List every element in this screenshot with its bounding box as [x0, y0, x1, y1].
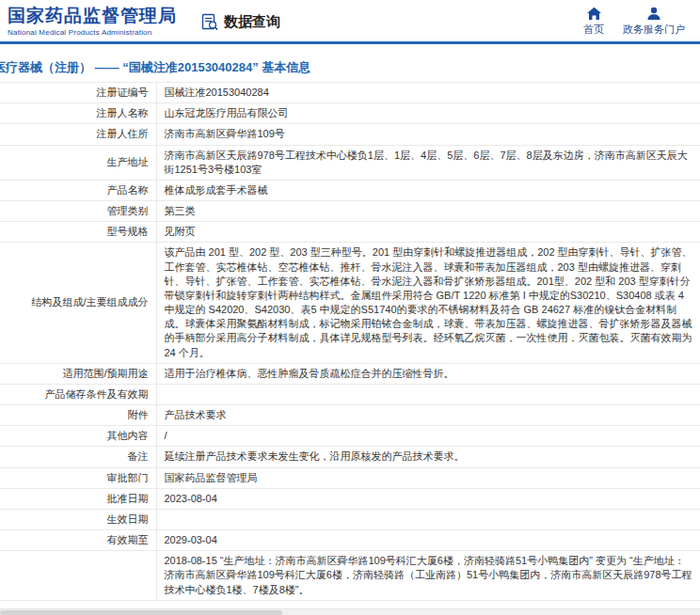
- site-header: 国家药品监督管理局 National Medical Products Admi…: [0, 0, 700, 41]
- table-row: 生产地址济南市高新区天辰路978号工程技术中心楼负1层、1层、4层、5层、6层、…: [0, 145, 700, 180]
- info-table: 注册证编号国械注准20153040284注册人名称山东冠龙医疗用品有限公司注册人…: [0, 82, 700, 601]
- row-label: 管理类别: [0, 201, 156, 222]
- data-query-section: 数据查询: [201, 13, 280, 31]
- nav-home[interactable]: 首页: [583, 7, 604, 37]
- nav-home-label: 首页: [583, 23, 604, 37]
- table-row: 注册人名称山东冠龙医疗用品有限公司: [0, 103, 700, 124]
- row-value: 济南市高新区舜华路109号: [156, 124, 700, 145]
- row-label: 产品储存条件及有效期: [0, 384, 156, 404]
- table-row: 适用范围/预期用途适用于治疗椎体病、恶性肿瘤及骨质疏松症合并的压缩性骨折。: [0, 363, 700, 384]
- table-row: 管理类别第三类: [0, 201, 700, 222]
- row-label: 型号规格: [0, 222, 156, 243]
- data-query-icon: [201, 13, 219, 31]
- row-value: 延续注册产品技术要求未发生变化，沿用原核发的产品技术要求。: [156, 447, 700, 467]
- table-row: 生效日期: [0, 509, 700, 529]
- row-value: 2023-08-04: [156, 488, 700, 509]
- table-row: 其他内容/: [0, 426, 700, 447]
- row-value: 适用于治疗椎体病、恶性肿瘤及骨质疏松症合并的压缩性骨折。: [156, 363, 700, 384]
- row-value: 济南市高新区天辰路978号工程技术中心楼负1层、1层、4层、5层、6层、7层、8…: [156, 145, 700, 180]
- row-label: 其他内容: [0, 426, 156, 447]
- table-row: 注册人住所济南市高新区舜华路109号: [0, 124, 700, 145]
- org-name-en: National Medical Products Administration: [8, 28, 177, 37]
- row-value: 产品技术要求: [156, 405, 700, 426]
- table-row: 型号规格见附页: [0, 222, 700, 243]
- table-row: 2018-08-15 “生产地址：济南市高新区舜华路109号科汇大厦6楼，济南轻…: [0, 551, 700, 601]
- brand-logo[interactable]: 国家药品监督管理局 National Medical Products Admi…: [8, 7, 177, 37]
- row-value: 国家药品监督管理局: [156, 467, 700, 488]
- table-row: 产品储存条件及有效期: [0, 384, 700, 404]
- scrollbar-thumb[interactable]: [0, 610, 282, 615]
- table-row: 批准日期2023-08-04: [0, 488, 700, 509]
- nav-portal[interactable]: 政务服务门户: [623, 7, 685, 37]
- section-title: 数据查询: [224, 13, 280, 31]
- row-label: 注册证编号: [0, 83, 156, 103]
- table-row: 注册证编号国械注准20153040284: [0, 83, 700, 103]
- row-label: 结构及组成/主要组成成分: [0, 243, 156, 363]
- row-value: 见附页: [156, 222, 700, 243]
- row-value: 国械注准20153040284: [156, 83, 700, 103]
- row-label: 审批部门: [0, 467, 156, 488]
- row-label: 生效日期: [0, 509, 156, 529]
- row-label: 生产地址: [0, 145, 156, 180]
- row-label: 批准日期: [0, 488, 156, 509]
- page-title: 医疗器械（注册） —— “国械注准20153040284” 基本信息: [0, 59, 700, 76]
- row-label: 产品名称: [0, 180, 156, 200]
- nav-portal-label: 政务服务门户: [623, 23, 685, 37]
- row-label: [0, 551, 156, 601]
- table-row: 审批部门国家药品监督管理局: [0, 467, 700, 488]
- top-nav: 首页 政务服务门户: [583, 7, 691, 37]
- row-value: 2018-08-15 “生产地址：济南市高新区舜华路109号科汇大厦6楼，济南轻…: [156, 551, 700, 601]
- home-icon: [586, 7, 602, 21]
- row-label: 适用范围/预期用途: [0, 363, 156, 384]
- row-value: [156, 384, 700, 404]
- row-value: /: [156, 426, 700, 447]
- row-value: 山东冠龙医疗用品有限公司: [156, 103, 700, 124]
- row-label: 有效期至: [0, 530, 156, 551]
- row-label: 备注: [0, 447, 156, 467]
- org-name-cn: 国家药品监督管理局: [8, 7, 177, 26]
- row-value: 椎体成形成套手术器械: [156, 180, 700, 200]
- row-label: 注册人名称: [0, 103, 156, 124]
- row-label: 附件: [0, 405, 156, 426]
- row-value: [156, 509, 700, 529]
- row-value: 第三类: [156, 201, 700, 222]
- table-row: 备注延续注册产品技术要求未发生变化，沿用原核发的产品技术要求。: [0, 447, 700, 467]
- user-icon: [646, 7, 661, 21]
- row-label: 注册人住所: [0, 124, 156, 145]
- row-value: 2029-03-04: [156, 530, 700, 551]
- table-row: 产品名称椎体成形成套手术器械: [0, 180, 700, 200]
- table-row: 附件产品技术要求: [0, 405, 700, 426]
- header-divider: [0, 41, 700, 44]
- row-value: 该产品由 201 型、202 型、203 型三种型号。201 型由穿刺针和螺旋推…: [156, 243, 700, 363]
- table-row: 有效期至2029-03-04: [0, 530, 700, 551]
- table-row: 结构及组成/主要组成成分该产品由 201 型、202 型、203 型三种型号。2…: [0, 243, 700, 363]
- page: 国家药品监督管理局 National Medical Products Admi…: [0, 0, 700, 615]
- horizontal-scrollbar[interactable]: [0, 608, 700, 615]
